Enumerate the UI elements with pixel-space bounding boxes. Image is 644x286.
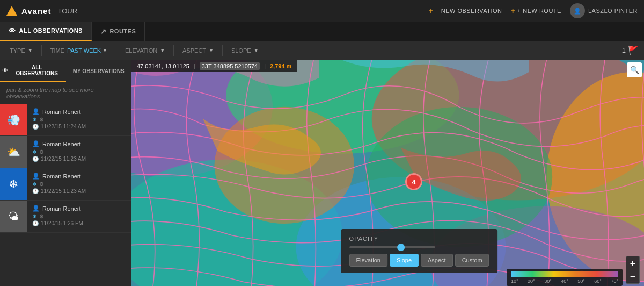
toolbar-sep-1 — [41, 45, 42, 56]
flag-count: 1 — [622, 46, 626, 54]
obs-meta: ❄ ⚙ — [32, 213, 126, 219]
settings-icon: ⚙ — [39, 149, 44, 155]
new-observation-button[interactable]: + + NEW OBSERVATION — [429, 6, 502, 15]
user-area[interactable]: 👤 LASZLO PINTER — [570, 3, 638, 18]
nav-tabs: 👁 ALL OBSERVATIONS ↗ ROUTES — [0, 22, 644, 41]
time-filter-button[interactable]: TIME PAST WEEK ▼ — [46, 45, 112, 56]
elevation-filter-button[interactable]: ELEVATION ▼ — [121, 45, 169, 56]
obs-details: 👤 Roman Renert ❄ ⚙ 🕐 11/22/15 11:24 AM — [27, 104, 131, 135]
obs-datetime: 11/22/15 11:23 AM — [41, 188, 86, 194]
slope-caret-icon: ▼ — [254, 48, 259, 53]
slope-label: SLOPE — [231, 47, 251, 54]
opacity-tab-custom[interactable]: Custom — [455, 254, 489, 267]
new-observation-label: + NEW OBSERVATION — [435, 8, 502, 14]
clock-icon: 🕐 — [32, 188, 39, 194]
scale-label-70: 70° — [611, 278, 618, 284]
opacity-tab-slope[interactable]: Slope — [390, 254, 419, 267]
opacity-tab-aspect[interactable]: Aspect — [421, 254, 453, 267]
time-value: PAST WEEK — [67, 47, 101, 54]
plus-icon: + — [630, 259, 636, 268]
obs-details: 👤 Roman Renert ❄ ⚙ 🕐 11/22/15 11:23 AM — [27, 168, 131, 200]
sidebar-tab-all-label: ALL OBSERVATIONS — [10, 65, 64, 76]
coords-bar: 47.03141, 13.01125 | 33T 348895 5210574 … — [131, 60, 297, 72]
cloud-icon: ⛅ — [7, 146, 20, 159]
sidebar: 👁 ALL OBSERVATIONS MY OBSERVATIONS pan &… — [0, 60, 131, 286]
snow-icon: ❄ — [9, 177, 18, 191]
flag-area: 1 🚩 — [622, 45, 639, 55]
user-name: LASZLO PINTER — [588, 8, 638, 14]
obs-username: Roman Renert — [42, 173, 81, 180]
opacity-panel: OPACITY Elevation Slope Aspect Custom — [341, 229, 498, 273]
opacity-tab-elevation-label: Elevation — [356, 257, 380, 263]
zoom-controls: + − — [626, 256, 640, 284]
observation-item[interactable]: 🌤 👤 Roman Renert ❄ ⚙ 🕐 11/20/15 1:26 PM — [0, 201, 131, 233]
snowflake-icon: ❄ — [32, 181, 36, 187]
sidebar-tab-all[interactable]: 👁 ALL OBSERVATIONS — [0, 60, 66, 82]
opacity-tabs: Elevation Slope Aspect Custom — [349, 254, 489, 267]
coordinates-elevation: 2,794 m — [270, 63, 291, 69]
zoom-in-button[interactable]: + — [626, 256, 640, 270]
opacity-tab-slope-label: Slope — [397, 257, 412, 263]
sidebar-tab-my[interactable]: MY OBSERVATIONS — [66, 60, 132, 82]
zoom-out-button[interactable]: − — [626, 270, 640, 284]
opacity-slider[interactable] — [349, 246, 435, 248]
opacity-tab-elevation[interactable]: Elevation — [349, 254, 387, 267]
logo-icon — [6, 6, 17, 16]
app-name: Avanet — [21, 6, 51, 16]
sidebar-tabs: 👁 ALL OBSERVATIONS MY OBSERVATIONS — [0, 60, 131, 82]
type-filter-button[interactable]: TYPE ▼ — [5, 45, 37, 56]
obs-user: 👤 Roman Renert — [32, 140, 126, 147]
coordinates-utm: 33T 348895 5210574 — [200, 62, 260, 70]
opacity-tab-aspect-label: Aspect — [428, 257, 446, 263]
slope-filter-button[interactable]: SLOPE ▼ — [227, 45, 263, 56]
header-right: + + NEW OBSERVATION + + NEW ROUTE 👤 LASZ… — [429, 3, 638, 18]
sidebar-tab-my-label: MY OBSERVATIONS — [73, 68, 125, 74]
tab-routes[interactable]: ↗ ROUTES — [92, 22, 145, 41]
elevation-label: ELEVATION — [125, 47, 157, 54]
obs-icon-snow: ❄ — [0, 168, 27, 200]
toolbar-sep-3 — [173, 45, 174, 56]
toolbar-sep-4 — [222, 45, 223, 56]
aspect-filter-button[interactable]: ASPECT ▼ — [178, 45, 218, 56]
aspect-label: ASPECT — [182, 47, 206, 54]
observation-item[interactable]: ⛅ 👤 Roman Renert ❄ ⚙ 🕐 11/22/15 11:23 AM — [0, 136, 131, 168]
snowflake-icon: ❄ — [32, 213, 36, 219]
scale-label-20: 20° — [528, 278, 535, 284]
obs-icon-cloud: ⛅ — [0, 136, 27, 168]
opacity-label: OPACITY — [349, 235, 489, 242]
obs-user: 👤 Roman Renert — [32, 205, 126, 212]
toolbar-sep-2 — [116, 45, 116, 56]
obs-time: 🕐 11/20/15 1:26 PM — [32, 220, 126, 226]
coords-sep1: | — [194, 63, 195, 69]
opacity-thumb[interactable] — [397, 244, 405, 251]
map-search-button[interactable]: 🔍 — [627, 62, 642, 77]
search-icon: 🔍 — [630, 66, 639, 74]
obs-icon-wind: 💨 — [0, 104, 27, 135]
scale-label-40: 40° — [561, 278, 568, 284]
coords-sep2: | — [264, 63, 266, 69]
cluster-marker[interactable]: 4 — [405, 173, 422, 190]
opacity-slider-row — [349, 246, 489, 248]
obs-time: 🕐 11/22/15 11:24 AM — [32, 124, 126, 130]
observation-item[interactable]: ❄ 👤 Roman Renert ❄ ⚙ 🕐 11/22/15 11:23 AM — [0, 168, 131, 201]
scale-labels: 10° 20° 30° 40° 50° 60° 70° — [511, 278, 618, 284]
new-route-button[interactable]: + + NEW ROUTE — [511, 6, 561, 15]
scale-label-60: 60° — [594, 278, 602, 284]
clock-icon: 🕐 — [32, 220, 39, 226]
app-sub: TOUR — [57, 7, 77, 15]
toolbar: TYPE ▼ TIME PAST WEEK ▼ ELEVATION ▼ ASPE… — [0, 41, 644, 60]
minus-icon: − — [630, 272, 636, 282]
map-container[interactable]: 47.03141, 13.01125 | 33T 348895 5210574 … — [131, 60, 644, 286]
snowflake-icon: ❄ — [32, 149, 36, 155]
eye-icon-small: 👁 — [2, 67, 8, 74]
obs-datetime: 11/22/15 11:23 AM — [41, 156, 86, 162]
obs-details: 👤 Roman Renert ❄ ⚙ 🕐 11/22/15 11:23 AM — [27, 136, 131, 168]
observation-item[interactable]: 💨 👤 Roman Renert ❄ ⚙ 🕐 11/22/15 11:24 AM — [0, 104, 131, 136]
elevation-caret-icon: ▼ — [160, 48, 165, 53]
person-icon: 👤 — [32, 205, 40, 212]
tab-observations[interactable]: 👁 ALL OBSERVATIONS — [0, 22, 92, 41]
obs-details: 👤 Roman Renert ❄ ⚙ 🕐 11/20/15 1:26 PM — [27, 201, 131, 232]
plus-icon2: + — [511, 6, 515, 15]
type-caret-icon: ▼ — [28, 48, 33, 53]
obs-datetime: 11/20/15 1:26 PM — [41, 220, 83, 226]
